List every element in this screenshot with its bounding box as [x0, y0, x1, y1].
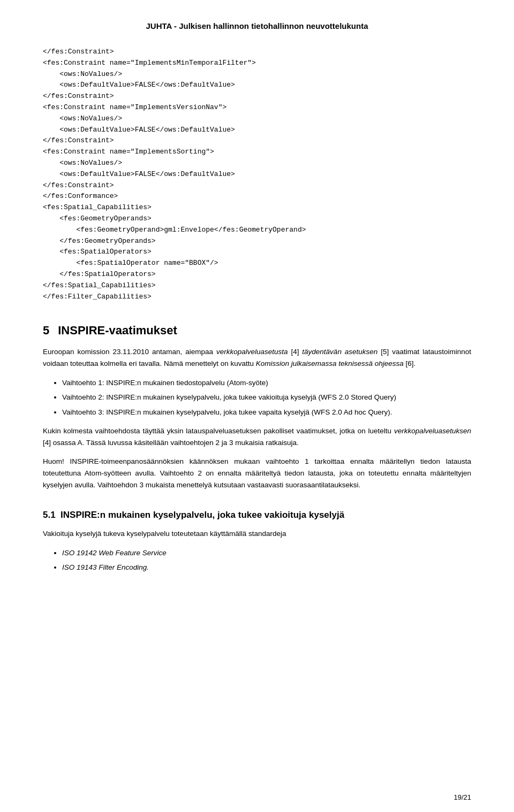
- list-item: ISO 19143 Filter Encoding.: [62, 562, 471, 573]
- section5-intro-text1: Euroopan komission 23.11.2010 antaman, a…: [43, 348, 216, 356]
- code-line: </fes:GeometryOperands>: [43, 236, 471, 247]
- section5-intro-italic1: verkkopalveluasetusta: [216, 348, 288, 356]
- section5-heading: 5 INSPIRE-vaatimukset: [43, 324, 471, 338]
- page-footer: 19/21: [453, 793, 471, 801]
- section5-intro-ref3: [6].: [404, 359, 416, 367]
- code-line: <fes:GeometryOperand>gml:Envelope</fes:G…: [43, 225, 471, 236]
- header-title: JUHTA - Julkisen hallinnon tietohallinno…: [146, 21, 368, 30]
- section51-p1-text: Vakioituja kyselyjä tukeva kyselypalvelu…: [43, 530, 286, 538]
- code-block: </fes:Constraint><fes:Constraint name="I…: [43, 47, 471, 302]
- bullet2-text: Vaihtoehto 2: INSPIRE:n mukainen kyselyp…: [62, 393, 396, 401]
- code-line: </fes:Conformance>: [43, 191, 471, 202]
- code-line: </fes:Constraint>: [43, 47, 471, 58]
- page-number: 19/21: [453, 793, 471, 801]
- code-line: </fes:Constraint>: [43, 135, 471, 147]
- bullet3-text: Vaihtoehto 3: INSPIRE:n mukainen kyselyp…: [62, 408, 392, 416]
- section5-paragraph2: Kukin kolmesta vaihtoehdosta täyttää yks…: [43, 425, 471, 448]
- code-line: </fes:Filter_Capabilities>: [43, 292, 471, 303]
- code-line: </fes:SpatialOperators>: [43, 269, 471, 280]
- section5-p3-text: Huom! INSPIRE-toimeenpanosäännöksien kää…: [43, 457, 471, 488]
- code-line: <ows:DefaultValue>FALSE</ows:DefaultValu…: [43, 125, 471, 136]
- section5-p2-rest: [4] osassa A. Tässä luvussa käsitellään …: [43, 439, 299, 447]
- code-line: <ows:NoValues/>: [43, 113, 471, 125]
- section5-bullets: Vaihtoehto 1: INSPIRE:n mukainen tiedost…: [62, 377, 471, 418]
- section5-title: INSPIRE-vaatimukset: [58, 324, 177, 338]
- bullet1-text: Vaihtoehto 1: INSPIRE:n mukainen tiedost…: [62, 379, 268, 387]
- section5-number: 5: [43, 324, 49, 338]
- section5-intro-ref1: [4]: [288, 348, 302, 356]
- section5-p2-italic: verkkopalveluasetuksen: [394, 427, 471, 435]
- list-item: ISO 19142 Web Feature Service: [62, 547, 471, 559]
- section51-number: 5.1: [43, 510, 56, 520]
- code-line: <ows:DefaultValue>FALSE</ows:DefaultValu…: [43, 169, 471, 180]
- list-item: Vaihtoehto 3: INSPIRE:n mukainen kyselyp…: [62, 407, 471, 418]
- code-line: <ows:NoValues/>: [43, 158, 471, 169]
- page: JUHTA - Julkisen hallinnon tietohallinno…: [0, 0, 514, 812]
- section5-intro-italic3: Komission julkaisemassa teknisessä ohjee…: [256, 359, 404, 367]
- section5-intro-italic2: täydentävän asetuksen: [302, 348, 377, 356]
- code-line: <fes:SpatialOperators>: [43, 247, 471, 258]
- code-line: <ows:DefaultValue>FALSE</ows:DefaultValu…: [43, 80, 471, 91]
- code-line: <fes:Spatial_Capabilities>: [43, 202, 471, 213]
- section51-paragraph1: Vakioituja kyselyjä tukeva kyselypalvelu…: [43, 528, 471, 540]
- section51-bullet2: ISO 19143 Filter Encoding.: [62, 563, 149, 571]
- code-line: <fes:Constraint name="ImplementsSorting"…: [43, 147, 471, 158]
- section51-bullet1: ISO 19142 Web Feature Service: [62, 549, 167, 557]
- section51-title: INSPIRE:n mukainen kyselypalvelu, joka t…: [61, 510, 344, 520]
- section5-intro: Euroopan komission 23.11.2010 antaman, a…: [43, 346, 471, 369]
- page-header: JUHTA - Julkisen hallinnon tietohallinno…: [43, 21, 471, 30]
- code-line: </fes:Constraint>: [43, 91, 471, 102]
- section5-paragraph3: Huom! INSPIRE-toimeenpanosäännöksien kää…: [43, 456, 471, 491]
- code-line: <fes:GeometryOperands>: [43, 213, 471, 225]
- list-item: Vaihtoehto 2: INSPIRE:n mukainen kyselyp…: [62, 392, 471, 403]
- code-line: <fes:Constraint name="ImplementsVersionN…: [43, 102, 471, 113]
- section5-p2-text1: Kukin kolmesta vaihtoehdosta täyttää yks…: [43, 427, 394, 435]
- list-item: Vaihtoehto 1: INSPIRE:n mukainen tiedost…: [62, 377, 471, 389]
- code-line: </fes:Spatial_Capabilities>: [43, 280, 471, 292]
- code-line: <fes:SpatialOperator name="BBOX"/>: [43, 258, 471, 269]
- code-line: </fes:Constraint>: [43, 180, 471, 191]
- section51-heading: 5.1 INSPIRE:n mukainen kyselypalvelu, jo…: [43, 510, 471, 520]
- code-line: <fes:Constraint name="ImplementsMinTempo…: [43, 58, 471, 69]
- section51-bullets: ISO 19142 Web Feature Service ISO 19143 …: [62, 547, 471, 573]
- code-line: <ows:NoValues/>: [43, 69, 471, 80]
